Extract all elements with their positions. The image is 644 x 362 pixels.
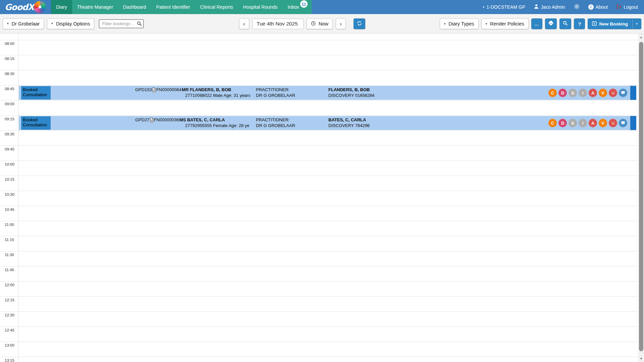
medical-aid: DISCOVERY 784296 [328, 123, 370, 128]
diary-code: GPD153 [135, 87, 152, 92]
time-slot-row[interactable]: 08:15 [0, 55, 638, 70]
status-badge-d[interactable]: D [558, 89, 567, 97]
settings-button[interactable] [574, 4, 580, 10]
previous-day-button[interactable]: ‹ [239, 18, 249, 29]
time-slot-row[interactable]: 13:15 [0, 357, 638, 362]
note-icon[interactable] [619, 89, 627, 97]
note-icon[interactable] [619, 119, 627, 127]
practitioner-name: DR G GROBELAAR [256, 93, 295, 98]
status-badge-a[interactable]: A [589, 89, 597, 97]
render-policies-dropdown[interactable]: ▾ Render Policies [481, 18, 529, 29]
time-label: 09:00 [5, 102, 14, 106]
document-icon[interactable] [150, 118, 154, 122]
patient-details: 27710088022 Male Age: 31 years [185, 93, 255, 98]
nav-item-hospital-rounds[interactable]: Hospital Rounds [238, 0, 283, 14]
document-icon[interactable] [152, 87, 156, 92]
printer-icon [548, 21, 553, 27]
status-badge-v[interactable]: V [599, 89, 607, 97]
sad-face-icon[interactable] [609, 119, 617, 127]
about-button[interactable]: i About [588, 4, 608, 10]
time-label: 08:45 [5, 87, 14, 91]
scrollbar-up-arrow[interactable]: ▲ [638, 34, 644, 40]
time-slot-row[interactable]: 10:45 [0, 206, 638, 221]
now-label: Now [319, 21, 328, 26]
booking-badges: CDSIAV [548, 89, 627, 97]
status-badge-s[interactable]: S [569, 119, 577, 127]
patient-details: 27792955555 Female Age: 28 ye [185, 123, 255, 128]
nav-item-clinical-reports[interactable]: Clinical Reports [195, 0, 238, 14]
patient-name: MR FLANDERS, B, BOB [182, 87, 231, 92]
time-slot-row[interactable]: 11:45 [0, 266, 638, 281]
nav-item-diary[interactable]: Diary [51, 0, 72, 14]
time-label: 12:45 [5, 328, 14, 332]
booking-09-15[interactable]: Booked ConsultationGPD27FN00000036MS BAT… [19, 116, 636, 130]
time-slot-row[interactable]: 09:45 [0, 145, 638, 161]
time-slot-row[interactable]: 13:00 [0, 342, 638, 357]
time-label: 08:15 [5, 57, 14, 61]
practice-selector[interactable]: ▾ 1-DOCSTEAM GP [483, 4, 525, 10]
time-slot-row[interactable]: 12:30 [0, 311, 638, 326]
time-slot-row[interactable]: 10:00 [0, 161, 638, 176]
time-slot-row[interactable]: 09:15Booked ConsultationGPD27FN00000036M… [0, 115, 638, 130]
info-icon: i [588, 4, 594, 10]
status-badge-i[interactable]: I [579, 89, 587, 97]
time-slot-row[interactable]: 09:30 [0, 130, 638, 145]
display-options-dropdown[interactable]: ▾ Display Options [47, 18, 94, 29]
diary-types-dropdown[interactable]: ▾ Diary Types [440, 18, 479, 29]
nav-item-dashboard[interactable]: Dashboard [118, 0, 151, 14]
now-button[interactable]: Now [307, 18, 333, 29]
refresh-button[interactable] [354, 18, 365, 29]
time-slot-row[interactable]: 09:00 [0, 100, 638, 115]
next-day-button[interactable]: › [336, 18, 346, 29]
main-member-name: FLANDERS, B, BOB [328, 87, 370, 92]
calendar-plus-icon [592, 21, 597, 27]
time-slot-row[interactable]: 12:15 [0, 296, 638, 311]
vertical-scrollbar[interactable]: ▲ ▼ [638, 34, 644, 362]
time-slot-row[interactable]: 10:30 [0, 191, 638, 206]
diary-toolbar: ▾ Dr Grobelaar ▾ Display Options ‹ Now ›… [0, 14, 644, 34]
time-label: 10:30 [5, 192, 14, 196]
user-menu[interactable]: Jaco Admin [534, 4, 565, 10]
booking-08-45[interactable]: Booked ConsultationGPD153FN00000064MR FL… [19, 86, 636, 100]
status-badge-d[interactable]: D [558, 119, 567, 127]
status-badge-c[interactable]: C [548, 119, 557, 127]
date-input[interactable] [252, 18, 304, 29]
logout-button[interactable]: Logout [616, 4, 638, 10]
status-badge-a[interactable]: A [589, 119, 597, 127]
new-booking-button[interactable]: New Booking [588, 18, 632, 29]
status-badge-c[interactable]: C [548, 89, 557, 97]
scrollbar-thumb[interactable] [639, 42, 643, 351]
time-slot-row[interactable]: 08:30 [0, 70, 638, 85]
status-badge-s[interactable]: S [569, 89, 577, 97]
time-slot-row[interactable]: 11:15 [0, 236, 638, 251]
time-slot-row[interactable]: 11:30 [0, 251, 638, 266]
practitioner-name: DR G GROBELAAR [256, 123, 295, 128]
more-options-button[interactable]: ... [531, 18, 543, 29]
time-label: 09:30 [5, 132, 14, 136]
practice-name: 1-DOCSTEAM GP [486, 4, 525, 10]
time-slot-row[interactable]: 12:00 [0, 281, 638, 296]
scrollbar-down-arrow[interactable]: ▼ [638, 356, 644, 361]
sad-face-icon[interactable] [609, 89, 617, 97]
status-badge-v[interactable]: V [599, 119, 607, 127]
search-icon [563, 21, 568, 27]
nav-item-inbox[interactable]: Inbox11 [283, 0, 304, 14]
time-slot-row[interactable]: 08:00 [0, 40, 638, 55]
status-badge-i[interactable]: I [579, 119, 587, 127]
practitioner-dropdown[interactable]: ▾ Dr Grobelaar [3, 18, 44, 29]
print-button[interactable] [545, 18, 557, 29]
time-slot-row[interactable]: 12:45 [0, 326, 638, 342]
main-nav: DiaryTheatre ManagerDashboardPatient Ide… [51, 0, 312, 14]
time-slot-row[interactable]: 10:15 [0, 176, 638, 191]
help-button[interactable]: ? [574, 18, 585, 29]
chevron-down-icon: ▾ [636, 22, 638, 25]
medical-aid: DISCOVERY 01656284 [328, 93, 375, 98]
time-slot-row[interactable]: 11:00 [0, 221, 638, 236]
user-icon [534, 4, 539, 10]
nav-item-patient-identifier[interactable]: Patient Identifier [151, 0, 195, 14]
time-slot-row[interactable]: 08:45Booked ConsultationGPD153FN00000064… [0, 85, 638, 100]
time-label: 13:15 [5, 358, 14, 362]
nav-item-theatre-manager[interactable]: Theatre Manager [72, 0, 118, 14]
search-button[interactable] [559, 18, 571, 29]
new-booking-dropdown-arrow[interactable]: ▾ [632, 18, 641, 29]
